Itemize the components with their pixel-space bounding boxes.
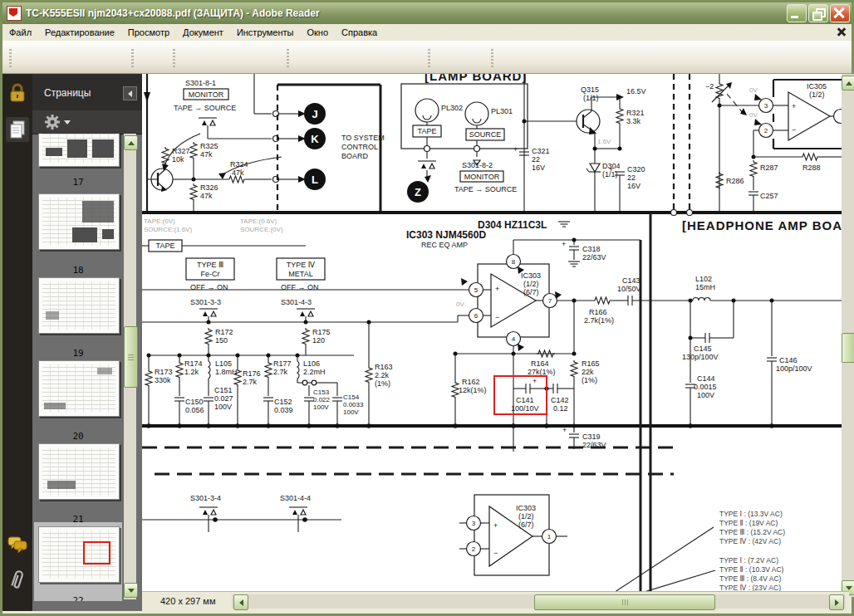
label-to-system-3: BOARD	[341, 152, 369, 160]
label-monitor-1: MONITOR	[189, 90, 224, 99]
opamp1-plus: +	[495, 285, 499, 293]
label-c321-v: 22	[532, 155, 540, 164]
label-r174-v: 1.2k	[184, 368, 199, 376]
toolbar-grip[interactable]	[428, 47, 430, 67]
thumbnail-page-19[interactable]	[38, 277, 120, 334]
scroll-left-button[interactable]	[233, 594, 248, 610]
comments-panel-tab[interactable]	[6, 532, 29, 557]
label-r163: R163	[375, 363, 393, 371]
label-to-system-2: CONTROL	[341, 143, 378, 151]
vertical-scroll-thumb[interactable]	[842, 333, 854, 363]
connector-l: L	[312, 174, 318, 186]
title-bar: TC-K555ESII njm2043+cx20088.pdf (ЗАЩИТА)…	[2, 2, 852, 24]
collapse-panel-button[interactable]	[123, 86, 137, 100]
scroll-right-button[interactable]	[829, 594, 844, 610]
label-ic303-b-s2: (6/7)	[518, 521, 534, 529]
security-lock-icon[interactable]	[6, 81, 29, 105]
faint-voltage-notes: TAPE:(0V) SOURCE:(1.6V) TAPE:(0.6V) SOUR…	[144, 218, 283, 233]
label-r176: R176	[243, 369, 261, 378]
label-r172: R172	[215, 328, 233, 336]
thumbnail-page-17[interactable]	[38, 134, 120, 167]
label-c141-v: 100/10V	[511, 404, 539, 413]
pages-panel-tab[interactable]	[6, 117, 29, 142]
ic305-minus: −	[792, 125, 796, 134]
label-c154: C154	[343, 394, 360, 401]
menu-edit[interactable]: Редактирование	[38, 26, 121, 39]
toolbar-grip[interactable]	[9, 47, 12, 67]
label-offon-1: OFF → ON	[190, 283, 228, 291]
horizontal-scroll-thumb[interactable]	[534, 594, 715, 610]
page-size-label: 420 x 297 мм	[160, 596, 216, 606]
label-tape-tag: TAPE	[156, 242, 175, 250]
label-c146: C146	[779, 356, 798, 364]
menu-file[interactable]: Файл	[2, 26, 38, 39]
label-r165-v: 22k	[582, 368, 594, 376]
menu-window[interactable]: Окно	[300, 26, 335, 39]
faint-tape-2: TAPE:(0.6V)	[240, 218, 277, 225]
thumbnail-page-18[interactable]	[38, 193, 120, 250]
label-16-5v: 16.5V	[626, 87, 646, 95]
label-l102-v: 15mH	[695, 283, 715, 291]
thumbnail-page-21[interactable]	[38, 443, 120, 500]
pages-panel-title: Страницы	[44, 87, 91, 99]
opamp1-pin6: 6	[474, 312, 479, 320]
opamp1-pin8: 8	[512, 258, 516, 266]
label-r321-v: 3.3k	[626, 117, 641, 125]
label-r165: R165	[582, 359, 600, 368]
document-canvas[interactable]: S301-8-1 MONITOR TAPE → SOURCE R327 10k …	[142, 74, 842, 597]
system-control-connector: J K L TO SYSTEM CONTROL BOARD	[277, 85, 385, 213]
faint-source-2: SOURCE:(0V)	[240, 226, 283, 233]
label-l105: L105	[215, 359, 232, 368]
menu-view[interactable]: Просмотр	[121, 26, 176, 39]
label-c152-v: 0.039	[274, 406, 293, 414]
menubar-close-icon[interactable]	[837, 27, 847, 37]
thumbnail-page-22-selected[interactable]	[38, 526, 120, 583]
label-s301-8-2: S301-8-2	[462, 161, 493, 169]
menu-tools[interactable]: Инструменты	[230, 26, 301, 39]
vertical-scrollbar[interactable]	[842, 74, 854, 597]
menu-document[interactable]: Документ	[176, 26, 230, 39]
label-r175-v: 120	[312, 336, 325, 345]
toolbar-grip[interactable]	[131, 47, 134, 67]
label-q315: Q315	[581, 86, 599, 94]
thumbnail-page-20[interactable]	[38, 360, 120, 417]
label-offon-2: OFF → ON	[281, 283, 319, 291]
label-ic303-a-s2: (6/7)	[523, 288, 539, 296]
label-c321-vv: 16V	[532, 164, 545, 172]
label-c318-v: 22/63V	[582, 253, 606, 262]
scroll-up-button[interactable]	[842, 76, 854, 90]
feedback-network-section: R164 27k(1%) R165 22k (1%) R162 12k(1%) …	[452, 301, 606, 452]
label-r165-vv: (1%)	[582, 376, 597, 384]
opamp2-minus: −	[493, 549, 498, 557]
label-l106-v: 2.2mH	[303, 368, 326, 376]
label-c151-vv: 100V	[214, 403, 232, 411]
menu-help[interactable]: Справка	[335, 26, 384, 39]
toolbar-grip[interactable]	[491, 47, 493, 67]
label-ic303-b: IC303	[516, 504, 536, 512]
label-tape-source-1: TAPE → SOURCE	[174, 104, 236, 112]
toolbar-grip[interactable]	[287, 47, 289, 67]
label-c144-v: 0.0015	[694, 383, 717, 391]
pages-scroll-thumb[interactable]	[124, 326, 138, 388]
toolbar-grip[interactable]	[173, 47, 175, 67]
pages-panel: Страницы 17	[32, 74, 142, 611]
restore-button[interactable]	[808, 4, 828, 22]
gear-icon[interactable]	[44, 114, 61, 130]
pages-scroll-down-button[interactable]	[124, 583, 138, 598]
close-button[interactable]	[830, 4, 850, 22]
minimize-button[interactable]	[787, 4, 807, 22]
pages-scroll-up-button[interactable]	[124, 135, 138, 150]
label-c153-v: 0.022	[313, 396, 331, 403]
navigation-rail	[2, 74, 32, 611]
attachments-panel-tab[interactable]	[6, 567, 29, 592]
label-headphone-board: [HEADPHONE AMP BOARD	[682, 218, 842, 232]
thumbnail-view-rect[interactable]	[83, 541, 110, 565]
label-1-6v: 1.6V	[597, 138, 611, 145]
ic305-plus: +	[792, 102, 796, 110]
label-c154-vv: 100V	[343, 408, 359, 416]
label-r163-vv: (1%)	[375, 379, 390, 388]
type-table-2-row-3: TYPE Ⅲ : (8.4V AC)	[719, 574, 782, 583]
label-c143: C143	[622, 276, 640, 285]
options-caret[interactable]	[64, 120, 71, 125]
label-r286: R286	[726, 177, 744, 185]
